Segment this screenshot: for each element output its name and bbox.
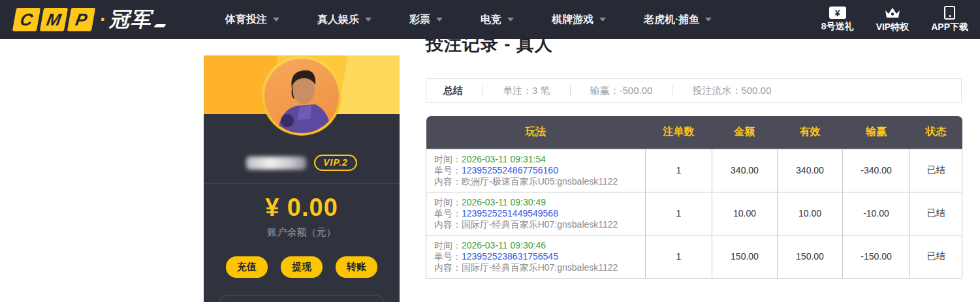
vip-level-badge: VIP.2 — [314, 155, 356, 171]
summary-turnover: 投注流水：500.00 — [692, 85, 771, 97]
order-label: 单号： — [434, 208, 462, 219]
header-winloss: 输赢 — [843, 116, 910, 149]
bet-content: 国际厅-经典百家乐H07:gnsbalesk1122 — [462, 219, 618, 230]
playtype-cell: 时间：2026-03-11 09:30:46 单号：12395252386317… — [426, 235, 646, 278]
header-bet-count: 注单数 — [646, 116, 712, 149]
user-identity-row: VIP.2 — [204, 155, 400, 171]
logo-brand-text: 冠军 — [109, 6, 152, 33]
nav-item-label: 彩票 — [409, 13, 430, 27]
valid-cell: 340.00 — [778, 149, 843, 192]
page: 投注记录 - 真人 C M P · 冠军 体育投注 真人娱乐 彩票 电竞 — [0, 0, 980, 302]
order-label: 单号： — [434, 165, 462, 175]
brand-logo[interactable]: C M P · 冠军 — [14, 6, 165, 33]
summary-separator — [672, 85, 672, 97]
order-number-link[interactable]: 1239525251449549568 — [462, 208, 558, 219]
deposit-button[interactable]: 充值 — [226, 256, 268, 278]
header-playtype: 玩法 — [426, 116, 646, 149]
winloss-cell: -10.00 — [843, 192, 910, 235]
bet-time: 2026-03-11 09:30:46 — [462, 240, 546, 250]
nav-item-label: 电竞 — [481, 13, 501, 27]
order-number-link[interactable]: 1239525238631756545 — [462, 251, 558, 262]
transfer-button[interactable]: 转账 — [336, 256, 377, 278]
avatar[interactable] — [264, 59, 339, 133]
action-label: VIP特权 — [876, 22, 909, 33]
table-row: 时间：2026-03-11 09:30:49 单号：12395252514495… — [426, 192, 962, 235]
logo-box-m: M — [40, 8, 68, 31]
logo-letter: M — [45, 10, 63, 30]
app-download-button[interactable]: APP下载 — [931, 6, 968, 33]
header-amount: 金额 — [712, 116, 778, 149]
status-cell: 已结 — [910, 192, 962, 235]
logo-swoosh-icon — [153, 24, 166, 27]
account-balance-value: ¥ 0.00 — [204, 194, 400, 222]
playtype-cell: 时间：2026-03-11 09:30:49 单号：12395252514495… — [426, 192, 646, 235]
gift-day8-button[interactable]: ¥ 8号送礼 — [821, 7, 854, 33]
nav-item-label: 老虎机·捕鱼 — [644, 13, 699, 27]
main-nav-menu: 体育投注 真人娱乐 彩票 电竞 棋牌游戏 老虎机·捕鱼 — [225, 13, 712, 27]
logo-letter: P — [74, 10, 89, 30]
top-navbar: C M P · 冠军 体育投注 真人娱乐 彩票 电竞 棋牌游戏 — [0, 0, 980, 39]
nav-item-esports[interactable]: 电竞 — [481, 13, 514, 27]
sidebar-menu-box — [220, 295, 383, 302]
status-cell: 已结 — [910, 149, 962, 192]
logo-box-p: P — [67, 8, 95, 31]
amount-cell: 10.00 — [712, 192, 778, 235]
nav-item-slots-fishing[interactable]: 老虎机·捕鱼 — [644, 13, 712, 27]
summary-separator — [570, 85, 571, 97]
order-label: 单号： — [434, 251, 462, 262]
summary-bet-count: 单注：3 笔 — [503, 85, 550, 97]
summary-title: 总结 — [443, 85, 463, 97]
nav-item-label: 棋牌游戏 — [552, 13, 593, 27]
avatar-photo — [264, 59, 339, 133]
bet-content: 国际厅-经典百家乐H07:gnsbalesk1122 — [462, 262, 618, 273]
nav-item-lottery[interactable]: 彩票 — [409, 13, 443, 27]
logo-letter: C — [18, 10, 34, 30]
wallet-buttons: 充值 提现 转账 — [204, 256, 400, 278]
bet-time: 2026-03-11 09:30:49 — [462, 197, 546, 207]
nav-item-sports[interactable]: 体育投注 — [225, 13, 279, 27]
summary-bar: 总结 单注：3 笔 输赢：-500.00 投注流水：500.00 — [426, 78, 962, 103]
logo-box-c: C — [12, 8, 40, 31]
logo-letter-boxes: C M P — [14, 8, 93, 31]
order-number-link[interactable]: 1239525524867756160 — [462, 165, 558, 175]
chevron-down-icon — [273, 18, 279, 22]
status-cell: 已结 — [910, 235, 962, 278]
table-row: 时间：2026-03-11 09:30:46 单号：12395252386317… — [426, 235, 962, 278]
summary-separator — [482, 85, 483, 97]
chevron-down-icon — [365, 18, 371, 22]
nav-item-board-games[interactable]: 棋牌游戏 — [552, 13, 606, 27]
bet-records-table: 玩法 注单数 金额 有效 输赢 状态 时间：2026-03-11 09:31:5… — [426, 116, 962, 279]
avatar-ring — [262, 56, 341, 136]
valid-cell: 10.00 — [778, 192, 843, 235]
action-label: APP下载 — [931, 22, 968, 33]
bet-count-cell: 1 — [646, 149, 712, 192]
navbar-actions: ¥ 8号送礼 VIP特权 APP下载 — [821, 6, 968, 33]
user-profile-sidebar: VIP.2 ¥ 0.00 账户余额（元） 充值 提现 转账 — [204, 55, 400, 302]
nav-item-label: 真人娱乐 — [317, 13, 359, 27]
table-row: 时间：2026-03-11 09:31:54 单号：12395255248677… — [426, 149, 962, 192]
nav-item-live-casino[interactable]: 真人娱乐 — [317, 13, 371, 27]
chevron-down-icon — [507, 18, 514, 22]
bet-count-cell: 1 — [646, 235, 712, 278]
winloss-cell: -340.00 — [843, 149, 910, 192]
summary-winloss: 输赢：-500.00 — [590, 85, 653, 97]
time-label: 时间： — [434, 240, 462, 250]
amount-cell: 150.00 — [712, 235, 778, 278]
crown-icon — [884, 7, 901, 20]
nav-item-label: 体育投注 — [225, 13, 267, 27]
table-header-row: 玩法 注单数 金额 有效 输赢 状态 — [426, 116, 962, 149]
content-label: 内容： — [434, 262, 462, 273]
bet-count-cell: 1 — [646, 192, 712, 235]
playtype-cell: 时间：2026-03-11 09:31:54 单号：12395255248677… — [426, 149, 646, 192]
content-label: 内容： — [434, 219, 462, 230]
chevron-down-icon — [705, 18, 712, 22]
time-label: 时间： — [434, 197, 462, 207]
action-label: 8号送礼 — [821, 21, 854, 33]
gift-ticket-icon: ¥ — [829, 7, 846, 19]
logo-dot: · — [100, 8, 106, 31]
bet-content: 欧洲厅-极速百家乐U05:gnsbalesk1122 — [462, 176, 618, 187]
vip-privilege-button[interactable]: VIP特权 — [876, 7, 909, 33]
time-label: 时间： — [434, 154, 462, 164]
withdraw-button[interactable]: 提现 — [281, 256, 323, 278]
chevron-down-icon — [599, 18, 606, 22]
